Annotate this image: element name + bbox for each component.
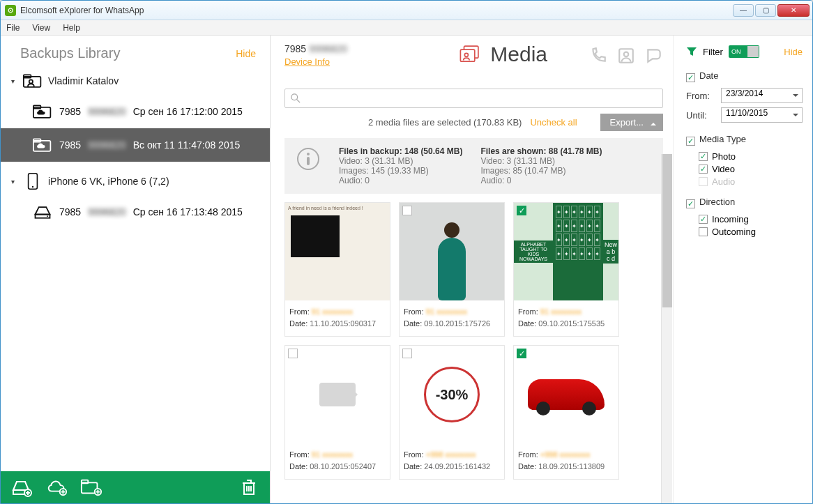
redacted: 9996820	[310, 43, 348, 54]
card-checkbox[interactable]	[288, 349, 298, 358]
backup-tree: ▾ Vladimir Katalov 7985 9996820 Ср сен 1…	[1, 67, 270, 471]
direction-checkbox[interactable]	[686, 199, 695, 208]
svg-point-2	[29, 79, 33, 83]
incoming-label: Incoming	[712, 214, 749, 224]
content-area: 7985 9996820 Device Info Media	[271, 36, 673, 503]
window-title: Elcomsoft eXplorer for WhatsApp	[20, 6, 144, 15]
media-icon	[458, 43, 482, 66]
minimize-button[interactable]: —	[733, 4, 754, 17]
backup-item[interactable]: 7985 9996820 Ср сен 16 17:12:00 2015	[1, 95, 270, 128]
calls-tab-icon[interactable]	[589, 47, 607, 65]
thumbnail: ALPHABET TAUGHT TO KIDS NOWADAYS✦✦✦✦✦✦✦✦…	[514, 203, 618, 300]
until-label: Until:	[686, 110, 717, 121]
backup-date: Вс окт 11 11:47:08 2015	[133, 139, 241, 151]
redacted: 9996820	[88, 206, 126, 217]
sidebar: Backups Library Hide ▾ Vladimir Katalov …	[1, 36, 271, 503]
search-icon	[291, 93, 301, 103]
add-folder-button[interactable]	[80, 478, 102, 497]
info-backup-images: Images: 145 (19.33 MB)	[339, 166, 462, 176]
backup-date: Ср сен 16 17:13:48 2015	[133, 206, 243, 217]
svg-point-8	[32, 186, 33, 188]
phone-icon	[23, 173, 43, 190]
redacted: 9996820	[88, 139, 126, 151]
from-date-input[interactable]: 23/3/2014	[721, 88, 803, 103]
chats-tab-icon[interactable]	[645, 47, 663, 65]
info-backup-audio: Audio: 0	[339, 176, 462, 185]
direction-label: Direction	[699, 197, 735, 207]
info-shown-images: Images: 85 (10.47 MB)	[480, 166, 602, 176]
outcoming-checkbox[interactable]	[699, 227, 708, 236]
tree-twisty-icon[interactable]: ▾	[8, 176, 17, 186]
thumbnail: A friend in need is a friend indeed !	[285, 203, 390, 300]
thumbnail: -30%	[400, 346, 504, 443]
media-card[interactable]: ✓From: +998 xxxxxxxxDate: 18.09.2015:113…	[513, 345, 619, 480]
media-card[interactable]: A friend in need is a friend indeed !Fro…	[284, 202, 390, 337]
search-input[interactable]	[284, 89, 663, 108]
menu-help[interactable]: Help	[63, 23, 80, 33]
contact-folder-icon	[23, 72, 43, 89]
filter-hide-link[interactable]: Hide	[784, 47, 803, 57]
disk-icon	[33, 204, 52, 220]
until-date-input[interactable]: 11/10/2015	[721, 107, 803, 123]
card-checkbox[interactable]	[402, 349, 412, 358]
close-button[interactable]: ✕	[777, 4, 810, 17]
filter-toggle[interactable]: ON	[729, 45, 759, 58]
media-card[interactable]: From: 91 xxxxxxxxDate: 09.10.2015:175726	[399, 202, 505, 337]
video-label: Video	[712, 164, 735, 174]
tree-group-label: Vladimir Katalov	[48, 75, 119, 86]
svg-point-25	[307, 153, 310, 155]
media-grid: A friend in need is a friend indeed !Fro…	[284, 202, 663, 480]
export-button[interactable]: Export...	[600, 114, 663, 131]
svg-rect-15	[82, 480, 88, 484]
media-card[interactable]: ✓ALPHABET TAUGHT TO KIDS NOWADAYS✦✦✦✦✦✦✦…	[513, 202, 619, 337]
media-card[interactable]: From: 91 xxxxxxxxDate: 08.10.2015:052407	[284, 345, 390, 480]
filter-title: Filter	[703, 47, 723, 57]
backup-phone: 7985	[59, 206, 81, 217]
menu-bar: File View Help	[1, 20, 812, 36]
library-title: Backups Library	[20, 45, 120, 61]
incoming-checkbox[interactable]	[699, 215, 708, 224]
uncheck-all-link[interactable]: Uncheck all	[530, 117, 577, 128]
cloud-folder-icon	[33, 103, 52, 120]
tree-twisty-icon[interactable]: ▾	[8, 76, 17, 86]
menu-file[interactable]: File	[6, 23, 20, 33]
media-card[interactable]: -30%From: +998 xxxxxxxxDate: 24.09.2015:…	[399, 345, 505, 480]
outcoming-label: Outcoming	[712, 227, 756, 237]
delete-button[interactable]	[238, 478, 260, 497]
tree-group[interactable]: ▾ iPhone 6 VK, iPhone 6 (7,2)	[1, 167, 270, 195]
tree-group-label: iPhone 6 VK, iPhone 6 (7,2)	[48, 176, 169, 187]
card-checkbox[interactable]	[402, 206, 412, 215]
info-icon	[296, 146, 321, 171]
audio-checkbox[interactable]	[699, 177, 708, 186]
audio-label: Audio	[712, 176, 735, 187]
selection-status: 2 media files are selected (170.83 KB)	[368, 117, 522, 128]
photo-label: Photo	[712, 151, 736, 162]
svg-point-23	[291, 94, 298, 100]
photo-checkbox[interactable]	[699, 152, 708, 161]
tree-group[interactable]: ▾ Vladimir Katalov	[1, 67, 270, 95]
app-icon: ⊙	[5, 5, 16, 16]
sidebar-hide-link[interactable]: Hide	[236, 48, 256, 59]
svg-point-22	[624, 52, 629, 57]
scrollbar[interactable]	[661, 154, 672, 503]
date-checkbox[interactable]	[686, 73, 695, 82]
card-checkbox[interactable]: ✓	[517, 206, 526, 215]
cloud-folder-icon	[33, 137, 52, 153]
video-checkbox[interactable]	[699, 165, 708, 174]
card-checkbox[interactable]: ✓	[517, 349, 526, 358]
add-local-backup-button[interactable]	[10, 478, 33, 497]
filter-icon	[686, 46, 697, 57]
contacts-tab-icon[interactable]	[617, 47, 635, 65]
media-type-checkbox[interactable]	[686, 137, 695, 146]
from-label: From:	[686, 91, 717, 101]
page-title: Media	[490, 43, 547, 66]
info-shown-video: Video: 3 (31.31 MB)	[480, 156, 602, 166]
info-backup-video: Video: 3 (31.31 MB)	[339, 156, 462, 166]
backup-item[interactable]: 7985 9996820 Вс окт 11 11:47:08 2015	[1, 128, 270, 162]
maximize-button[interactable]: ▢	[755, 4, 776, 17]
add-cloud-backup-button[interactable]	[45, 478, 68, 497]
device-info-link[interactable]: Device Info	[284, 56, 330, 67]
menu-view[interactable]: View	[32, 23, 50, 33]
backup-item[interactable]: 7985 9996820 Ср сен 16 17:13:48 2015	[1, 195, 270, 229]
thumbnail	[285, 346, 390, 443]
